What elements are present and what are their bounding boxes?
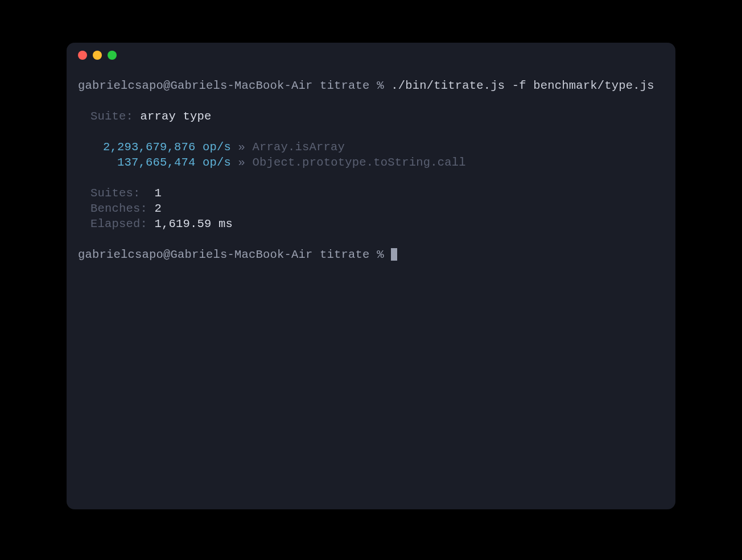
terminal-output[interactable]: gabrielcsapo@Gabriels-MacBook-Air titrat… bbox=[67, 68, 675, 273]
summary-label: Elapsed: bbox=[90, 217, 147, 230]
prompt-cwd: titrate bbox=[320, 79, 370, 92]
summary-label: Benches: bbox=[90, 202, 147, 215]
chevron-right-icon: » bbox=[238, 156, 246, 169]
prompt-symbol: % bbox=[377, 79, 384, 92]
close-icon[interactable] bbox=[78, 51, 87, 60]
maximize-icon[interactable] bbox=[108, 51, 117, 60]
suite-label: Suite: bbox=[90, 110, 133, 123]
prompt-cwd: titrate bbox=[320, 248, 370, 261]
prompt-userhost: gabrielcsapo@Gabriels-MacBook-Air bbox=[78, 248, 313, 261]
minimize-icon[interactable] bbox=[93, 51, 102, 60]
prompt-symbol: % bbox=[377, 248, 384, 261]
summary-elapsed: Elapsed: 1,619.59 ms bbox=[78, 216, 664, 232]
terminal-window: gabrielcsapo@Gabriels-MacBook-Air titrat… bbox=[67, 43, 675, 509]
prompt-line-2: gabrielcsapo@Gabriels-MacBook-Air titrat… bbox=[78, 247, 664, 262]
chevron-right-icon: » bbox=[238, 141, 246, 154]
suite-line: Suite: array type bbox=[78, 109, 664, 124]
bench-row: 2,293,679,876 op/s » Array.isArray bbox=[78, 139, 664, 155]
bench-ops: 137,665,474 op/s bbox=[117, 156, 231, 169]
command-text: ./bin/titrate.js -f benchmark/type.js bbox=[391, 79, 654, 92]
prompt-line-1: gabrielcsapo@Gabriels-MacBook-Air titrat… bbox=[78, 78, 664, 93]
bench-name: Array.isArray bbox=[253, 141, 345, 154]
bench-row: 137,665,474 op/s » Object.prototype.toSt… bbox=[78, 155, 664, 170]
bench-name: Object.prototype.toString.call bbox=[253, 156, 466, 169]
prompt-userhost: gabrielcsapo@Gabriels-MacBook-Air bbox=[78, 79, 313, 92]
bench-ops: 2,293,679,876 op/s bbox=[103, 141, 231, 154]
suite-name: array type bbox=[141, 110, 212, 123]
summary-suites: Suites: 1 bbox=[78, 186, 664, 201]
summary-value: 1 bbox=[155, 187, 162, 200]
window-title-bar bbox=[67, 43, 675, 68]
summary-label: Suites: bbox=[90, 187, 141, 200]
blank-line bbox=[78, 93, 664, 109]
blank-line bbox=[78, 170, 664, 186]
cursor-icon[interactable] bbox=[391, 248, 397, 261]
summary-benches: Benches: 2 bbox=[78, 201, 664, 216]
blank-line bbox=[78, 124, 664, 139]
summary-value: 2 bbox=[155, 202, 162, 215]
blank-line bbox=[78, 232, 664, 247]
summary-value: 1,619.59 ms bbox=[155, 217, 233, 230]
